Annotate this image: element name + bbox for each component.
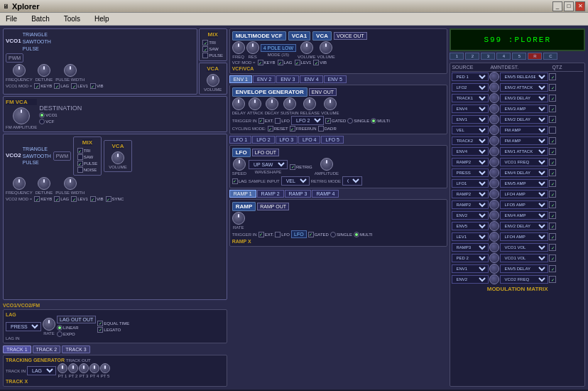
mod-source-17[interactable]: PED 2 [452, 254, 489, 262]
lfox-tab-2[interactable]: RAMP 2 [257, 190, 284, 198]
mod-cb-18[interactable] [549, 265, 556, 272]
fm-dest-vco1[interactable]: VCO1 [39, 112, 82, 118]
lag-rate-knob[interactable] [43, 318, 55, 331]
ramp-single-radio-btn[interactable] [330, 232, 336, 237]
vco2-freq-knob[interactable] [13, 177, 26, 190]
mod-dest-13[interactable]: ENV4 AMP [500, 211, 548, 220]
lfox-tab-1[interactable]: RAMP 1 [229, 190, 256, 198]
ctrl-btn-3[interactable]: 3 [481, 53, 495, 60]
vco2-keyb-cb[interactable]: KEYB [34, 196, 52, 202]
ctrl-btn-5[interactable]: 5 [512, 53, 526, 60]
envx-tab-1[interactable]: LFO 1 [229, 136, 251, 144]
vco1-keyb-cb[interactable]: KEYB [34, 83, 52, 89]
mod-cb-6[interactable] [549, 137, 556, 144]
mix2-noise-check[interactable] [77, 167, 83, 173]
maximize-button[interactable]: □ [564, 1, 574, 11]
mod-knob-18[interactable] [489, 264, 499, 274]
mod-knob-17[interactable] [489, 253, 499, 263]
ramp-single-radio[interactable]: SINGLE [330, 232, 352, 237]
vco1-lag-cb[interactable]: LAG [54, 83, 69, 89]
lag-linear-radio-btn[interactable] [57, 325, 62, 331]
env-gated-cb[interactable]: GATED [325, 118, 346, 124]
mod-source-11[interactable]: RAMP2 [452, 190, 489, 198]
ramp-lfo-cb[interactable]: LFO [275, 232, 290, 237]
lag-expo-radio-btn[interactable] [57, 331, 62, 337]
track-pt4-knob[interactable] [89, 363, 99, 373]
lag-equal-time-check[interactable] [97, 321, 103, 326]
mod-dest-6[interactable]: FM AMP [500, 136, 548, 145]
mix1-pulse-check[interactable] [202, 53, 208, 58]
track-btn-2[interactable]: TRACK 2 [33, 346, 61, 353]
mix1-pulse[interactable]: PULSE [202, 53, 223, 58]
vco2-keyb-check[interactable] [34, 196, 40, 202]
track-pt5-knob[interactable] [100, 363, 110, 373]
mod-source-8[interactable]: RAMP2 [452, 158, 489, 166]
ctrl-btn-r[interactable]: R [528, 53, 542, 60]
mod-knob-7[interactable] [489, 146, 499, 156]
mod-knob-0[interactable] [489, 72, 499, 82]
lfo-sample-select[interactable]: VEL [281, 176, 310, 186]
mod-source-9[interactable]: PRESS [452, 168, 489, 177]
ramp-gated-cb[interactable]: GATED [308, 232, 329, 237]
vco1-lag-check[interactable] [54, 83, 60, 89]
mod-knob-1[interactable] [489, 82, 499, 92]
vcf-lag-check[interactable] [278, 60, 283, 65]
mix2-noise[interactable]: NOISE [77, 167, 98, 173]
track-pt1-knob[interactable] [58, 363, 67, 373]
mod-dest-10[interactable]: ENV5 AMP [500, 179, 548, 188]
lfox-tab-3[interactable]: RAMP 3 [285, 190, 312, 198]
lfox-tab-4[interactable]: RAMP 4 [312, 190, 339, 198]
mod-dest-0[interactable]: ENV5 RELEASE [500, 73, 548, 81]
mod-source-18[interactable]: ENV1 [452, 264, 489, 273]
mod-dest-15[interactable]: LFO4 AMP [500, 232, 548, 241]
vcf-vib-check[interactable] [313, 60, 319, 65]
mod-source-5[interactable]: VEL [452, 126, 489, 134]
menu-batch[interactable]: Batch [28, 15, 53, 23]
mod-source-1[interactable]: LFO2 [452, 83, 489, 92]
vco2-sync-cb[interactable]: SYNC [106, 196, 124, 202]
mod-dest-11[interactable]: LFO4 AMP [500, 190, 548, 198]
lfo-lag-cb[interactable]: LAG [232, 178, 247, 184]
vco2-lev1-check[interactable] [71, 196, 77, 202]
mod-knob-2[interactable] [489, 93, 499, 103]
mod-source-2[interactable]: TRACK1 [452, 94, 489, 102]
mod-cb-1[interactable] [549, 84, 556, 91]
fm-vcf-radio[interactable] [39, 119, 45, 124]
mod-source-16[interactable]: RAMP3 [452, 243, 489, 252]
mix2-pulse[interactable]: PULSE [77, 161, 98, 166]
vcf-keyb-cb[interactable]: KEYB [258, 60, 276, 65]
env-dadr-cb[interactable]: DADR [318, 126, 337, 132]
mod-source-13[interactable]: ENV2 [452, 211, 489, 220]
env-sustain-knob[interactable] [283, 97, 296, 110]
vco2-vib-check[interactable] [90, 196, 96, 202]
fm-dest-vcf[interactable]: VCF [39, 119, 82, 124]
mod-cb-11[interactable] [549, 191, 556, 198]
mod-source-7[interactable]: ENV4 [452, 147, 489, 156]
vco2-lag-cb[interactable]: LAG [54, 196, 69, 202]
mod-knob-3[interactable] [489, 104, 499, 114]
mix1-tri-check[interactable] [202, 40, 208, 45]
mod-source-15[interactable]: LEV1 [452, 232, 489, 241]
vco1-vib-check[interactable] [90, 83, 96, 89]
vco1-pw-knob[interactable] [64, 64, 77, 77]
env-decay-knob[interactable] [266, 97, 278, 110]
mod-source-14[interactable]: ENV5 [452, 222, 489, 230]
mod-source-12[interactable]: RAMP2 [452, 200, 489, 209]
vco1-detune-knob[interactable] [38, 64, 50, 77]
env-tab-2[interactable]: ENV 2 [253, 75, 276, 83]
mod-knob-14[interactable] [489, 221, 499, 231]
vco1-lev1-cb[interactable]: LEV1 [71, 83, 88, 89]
mod-dest-12[interactable]: LFO5 AMP [500, 200, 548, 209]
vcf-vib-cb[interactable]: VIB [313, 60, 327, 65]
lfo-speed-knob[interactable] [233, 158, 246, 171]
mod-knob-6[interactable] [489, 136, 499, 146]
mod-dest-2[interactable]: ENV3 DELAY [500, 94, 548, 102]
ramp-lfo-check[interactable] [275, 232, 281, 237]
ramp-rate-knob[interactable] [232, 212, 245, 225]
mod-source-19[interactable]: ENV2 [452, 275, 489, 284]
mod-dest-3[interactable]: ENV3 AMP [500, 105, 548, 113]
track-pt2-knob[interactable] [68, 363, 78, 373]
env-reset-check[interactable] [268, 126, 273, 132]
env-gated-check[interactable] [325, 118, 331, 124]
mod-dest-18[interactable]: ENV5 DELAY [500, 264, 548, 273]
